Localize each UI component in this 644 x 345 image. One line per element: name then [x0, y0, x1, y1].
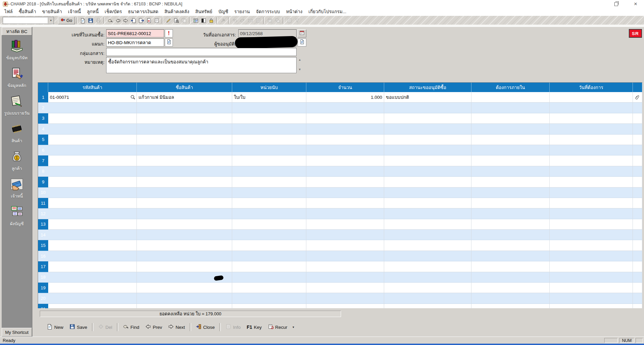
cell-status[interactable]	[384, 272, 471, 283]
cell-status[interactable]	[384, 113, 471, 124]
row-number[interactable]: 16	[38, 251, 48, 261]
sidebar-header-tab[interactable]: ทางลัด BC	[2, 27, 32, 35]
row-number[interactable]: 15	[38, 240, 48, 251]
sidebar-item-daily-format[interactable]: รูปแบบรายวัน	[4, 95, 29, 117]
cell-need_within[interactable]	[471, 261, 550, 272]
cell-need_date[interactable]	[550, 188, 633, 198]
cell-attach[interactable]	[633, 272, 642, 283]
cell-qty[interactable]	[306, 113, 384, 124]
menu-item-3[interactable]: ขายสินค้า	[39, 8, 65, 16]
cell-need_within[interactable]	[471, 92, 550, 103]
row-number[interactable]: 13	[38, 219, 48, 230]
calendar-button[interactable]	[298, 29, 306, 37]
cell-need_within[interactable]	[471, 272, 550, 283]
cell-need_date[interactable]	[550, 135, 633, 145]
cell-attach[interactable]	[633, 188, 642, 198]
cell-need_date[interactable]	[550, 145, 633, 155]
cell-code[interactable]	[48, 124, 137, 134]
cell-attach[interactable]	[633, 113, 642, 124]
cell-need_date[interactable]	[550, 283, 633, 293]
cell-unit[interactable]	[232, 272, 306, 283]
cell-unit[interactable]	[232, 135, 306, 145]
cell-unit[interactable]	[232, 188, 306, 198]
cell-attach[interactable]	[633, 166, 642, 177]
chevron-down-icon[interactable]: ▼	[289, 326, 295, 329]
cell-qty[interactable]	[306, 208, 384, 219]
row-number[interactable]: 19	[38, 283, 48, 293]
cell-unit[interactable]	[232, 240, 306, 251]
remark-field[interactable]: ซื้อจัดกิจกรรมการตลาดและเป็นของสมนาคุณลู…	[106, 57, 297, 73]
refresh-icon[interactable]: R	[145, 17, 152, 24]
cell-code[interactable]	[48, 198, 137, 208]
cell-name[interactable]	[137, 293, 232, 304]
cell-code[interactable]	[48, 283, 137, 293]
cell-status[interactable]	[384, 103, 471, 113]
minimize-button[interactable]	[0, 0, 16, 8]
department-field[interactable]	[106, 38, 164, 47]
cell-qty[interactable]	[306, 188, 384, 198]
row-number[interactable]: 9	[38, 177, 48, 187]
cell-need_date[interactable]	[550, 166, 633, 177]
sidebar-item-master-data[interactable]: ข้อมูลหลัก	[7, 67, 26, 89]
cell-name[interactable]	[137, 166, 232, 177]
close-button[interactable]: Close	[193, 322, 218, 332]
edit-icon[interactable]	[165, 17, 172, 24]
cell-unit[interactable]	[232, 293, 306, 304]
doc-no-field[interactable]	[106, 29, 164, 37]
department-lookup-button[interactable]	[165, 38, 173, 47]
cell-unit[interactable]	[232, 251, 306, 261]
split-icon[interactable]	[200, 17, 207, 24]
cell-need_within[interactable]	[471, 283, 550, 293]
cell-name[interactable]	[137, 135, 232, 145]
cell-status[interactable]	[384, 177, 471, 187]
cell-code[interactable]	[48, 251, 137, 261]
cell-qty[interactable]	[306, 304, 384, 308]
cell-name[interactable]	[137, 251, 232, 261]
cell-name[interactable]	[137, 145, 232, 155]
cell-qty[interactable]	[306, 103, 384, 113]
cell-need_within[interactable]	[471, 177, 550, 187]
cell-status[interactable]	[384, 293, 471, 304]
lock-icon[interactable]	[208, 17, 215, 24]
row-number[interactable]: 14	[38, 230, 48, 240]
cell-unit[interactable]	[232, 283, 306, 293]
cell-unit[interactable]: ใบ/ใบ	[232, 92, 306, 103]
save-icon[interactable]	[87, 17, 94, 24]
cell-qty[interactable]	[306, 261, 384, 272]
sidebar-item-account-chart[interactable]: ผังบัญชี	[9, 205, 24, 227]
row-number[interactable]: 3	[38, 113, 48, 124]
first-record-icon[interactable]	[130, 17, 137, 24]
cell-need_date[interactable]	[550, 219, 633, 230]
cell-need_within[interactable]	[471, 208, 550, 219]
cell-need_date[interactable]	[550, 230, 633, 240]
cell-code[interactable]	[48, 166, 137, 177]
menu-item-12[interactable]: จัดการระบบ	[253, 8, 283, 16]
lookup-icon[interactable]	[130, 94, 135, 100]
cell-attach[interactable]	[633, 92, 642, 103]
find-button[interactable]: Find	[120, 322, 142, 332]
cell-code[interactable]	[48, 155, 137, 166]
row-number[interactable]: 7	[38, 155, 48, 166]
row-number[interactable]: 2	[38, 103, 48, 113]
cell-need_date[interactable]	[550, 272, 633, 283]
cell-name[interactable]	[137, 261, 232, 272]
cell-code[interactable]	[48, 293, 137, 304]
row-number[interactable]: 11	[38, 198, 48, 208]
cell-code[interactable]	[48, 304, 137, 308]
cell-status[interactable]	[384, 219, 471, 230]
menu-item-13[interactable]: หน้าต่าง	[283, 8, 306, 16]
restore-button[interactable]	[608, 0, 624, 8]
scroll-up-icon[interactable]: ▲	[298, 58, 301, 61]
cell-status[interactable]	[384, 188, 471, 198]
row-number[interactable]: 5	[38, 135, 48, 145]
cell-qty[interactable]	[306, 177, 384, 187]
cell-status[interactable]	[384, 124, 471, 134]
cell-code[interactable]	[48, 177, 137, 187]
cell-code[interactable]	[48, 240, 137, 251]
menu-item-10[interactable]: บัญชี	[215, 8, 231, 16]
cell-status[interactable]	[384, 145, 471, 155]
cell-name[interactable]	[137, 219, 232, 230]
cell-need_within[interactable]	[471, 155, 550, 166]
menu-item-8[interactable]: สินค้าคงคลัง	[161, 8, 192, 16]
cell-attach[interactable]	[633, 230, 642, 240]
